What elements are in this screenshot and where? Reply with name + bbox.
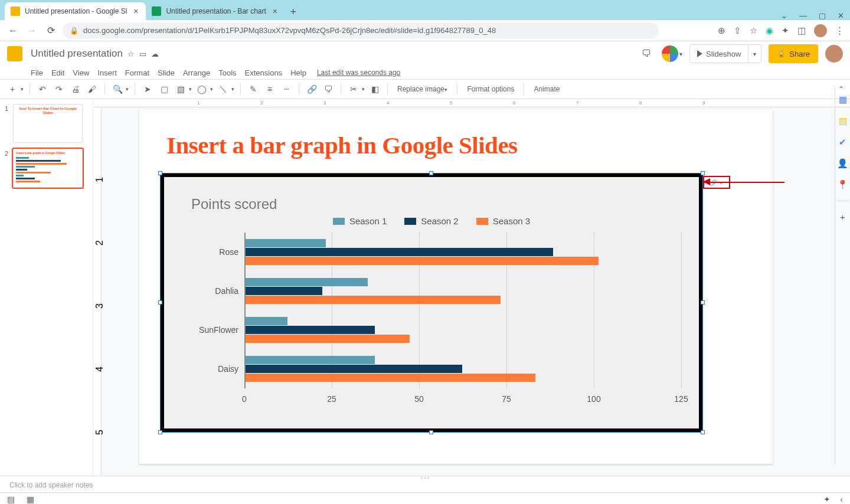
- explore-icon[interactable]: ✦: [823, 495, 831, 504]
- slide-canvas[interactable]: Insert a bar graph in Google Slides Poin…: [139, 110, 773, 464]
- resize-handle[interactable]: [158, 300, 162, 305]
- slideshow-caret[interactable]: ▾: [748, 44, 761, 63]
- slide-thumbnail-1[interactable]: How To Insert Bar Chart In Google Slides: [13, 104, 83, 143]
- back-button[interactable]: ←: [6, 25, 20, 36]
- resize-handle[interactable]: [158, 430, 162, 434]
- forward-button[interactable]: →: [25, 25, 39, 36]
- print-button[interactable]: 🖨: [69, 82, 82, 96]
- reload-button[interactable]: ⟳: [44, 25, 58, 36]
- select-tool[interactable]: ➤: [141, 82, 154, 96]
- slides-favicon: [11, 6, 20, 16]
- sidepanel-toggle-icon[interactable]: ◫: [797, 25, 806, 36]
- replace-image-button[interactable]: Replace image ▾: [394, 85, 451, 93]
- border-color-button[interactable]: ✎: [247, 82, 260, 96]
- meet-caret-icon[interactable]: ▾: [679, 51, 682, 57]
- menu-arrange[interactable]: Arrange: [183, 68, 210, 77]
- menu-tools[interactable]: Tools: [218, 68, 236, 77]
- maps-icon[interactable]: 📍: [837, 179, 848, 190]
- chart-object[interactable]: Points scored Season 1 Season 2 Season 3…: [161, 174, 702, 432]
- tasks-icon[interactable]: ✔: [839, 137, 846, 148]
- resize-handle[interactable]: [701, 300, 705, 305]
- border-dash-button[interactable]: ┄: [280, 82, 293, 96]
- menu-format[interactable]: Format: [125, 68, 149, 77]
- zoom-caret[interactable]: ▾: [126, 86, 129, 92]
- add-ons-icon[interactable]: +: [840, 212, 845, 222]
- extensions-icon[interactable]: ✦: [782, 25, 789, 36]
- speaker-notes[interactable]: Click to add speaker notes: [0, 479, 850, 492]
- slideshow-button[interactable]: Slideshow: [689, 44, 748, 63]
- zoom-icon[interactable]: ⊕: [718, 25, 725, 36]
- redo-button[interactable]: ↷: [53, 82, 66, 96]
- grammarly-icon[interactable]: ◉: [766, 25, 773, 36]
- close-tab-icon[interactable]: ×: [132, 6, 140, 16]
- bookmark-icon[interactable]: ☆: [750, 25, 757, 36]
- close-tab-icon[interactable]: ×: [271, 6, 279, 16]
- shape-caret[interactable]: ▾: [210, 86, 213, 92]
- menu-view[interactable]: View: [73, 68, 89, 77]
- browser-tab-sheets[interactable]: Untitled presentation - Bar chart ×: [146, 2, 285, 20]
- profile-avatar[interactable]: [814, 24, 827, 37]
- resize-handle[interactable]: [429, 171, 433, 175]
- x-tick: 125: [674, 394, 688, 404]
- crop-caret[interactable]: ▾: [362, 86, 365, 92]
- menu-extensions[interactable]: Extensions: [245, 68, 283, 77]
- kebab-menu-icon[interactable]: ⋮: [835, 25, 844, 36]
- view-grid-icon[interactable]: ▦: [27, 495, 34, 504]
- resize-handle[interactable]: [429, 430, 433, 434]
- view-list-icon[interactable]: ▤: [7, 495, 15, 504]
- omnibox[interactable]: 🔒 docs.google.com/presentation/d/1PelKsr…: [63, 22, 659, 39]
- meet-button[interactable]: [662, 45, 678, 62]
- close-icon[interactable]: ✕: [838, 11, 844, 20]
- mask-button[interactable]: ◧: [368, 82, 381, 96]
- move-icon[interactable]: ▭: [139, 50, 146, 58]
- paint-format-button[interactable]: 🖌: [86, 82, 99, 96]
- undo-button[interactable]: ↶: [36, 82, 49, 96]
- crop-button[interactable]: ✂: [347, 82, 360, 96]
- slide-thumbnail-2[interactable]: Insert a bar graph in Google Slides: [13, 149, 83, 188]
- image-caret[interactable]: ▾: [189, 86, 192, 92]
- animate-button[interactable]: Animate: [530, 85, 563, 93]
- image-tool[interactable]: ▧: [174, 82, 187, 96]
- line-tool[interactable]: ＼: [217, 82, 230, 96]
- new-tab-button[interactable]: +: [285, 4, 302, 20]
- comment-history-icon[interactable]: 🗨: [638, 45, 655, 62]
- resize-handle[interactable]: [158, 171, 162, 175]
- line-caret[interactable]: ▾: [231, 86, 234, 92]
- share-button[interactable]: 🔒 Share: [769, 44, 818, 63]
- slide-title[interactable]: Insert a bar graph in Google Slides: [166, 131, 518, 159]
- doc-title[interactable]: Untitled presentation: [31, 48, 123, 60]
- border-weight-button[interactable]: ≡: [263, 82, 276, 96]
- calendar-icon[interactable]: ▦: [839, 94, 847, 105]
- side-panel: ▦ ▤ ✔ 👤 📍 +: [835, 86, 850, 464]
- cloud-status-icon[interactable]: ☁: [151, 50, 159, 58]
- link-button[interactable]: 🔗: [305, 82, 318, 96]
- chevron-down-icon[interactable]: ⌄: [781, 11, 787, 20]
- maximize-icon[interactable]: ▢: [819, 11, 826, 20]
- bar: [246, 296, 501, 304]
- textbox-tool[interactable]: ▢: [158, 82, 171, 96]
- hide-sidepanel-icon[interactable]: ‹: [840, 495, 843, 504]
- menu-slide[interactable]: Slide: [158, 68, 175, 77]
- last-edit-link[interactable]: Last edit was seconds ago: [317, 68, 400, 77]
- browser-tab-slides[interactable]: Untitled presentation - Google Sl ×: [5, 2, 146, 20]
- keep-icon[interactable]: ▤: [839, 116, 847, 126]
- star-icon[interactable]: ☆: [128, 50, 135, 58]
- menu-file[interactable]: File: [31, 68, 43, 77]
- shape-tool[interactable]: ◯: [195, 82, 208, 96]
- url-text: docs.google.com/presentation/d/1PelKsrb1…: [83, 26, 496, 35]
- new-slide-button[interactable]: +: [6, 82, 19, 96]
- minimize-icon[interactable]: —: [799, 11, 807, 20]
- contacts-icon[interactable]: 👤: [837, 158, 848, 169]
- account-avatar[interactable]: [825, 45, 843, 63]
- slides-logo[interactable]: [7, 46, 22, 61]
- menu-edit[interactable]: Edit: [51, 68, 64, 77]
- zoom-button[interactable]: 🔍: [111, 82, 124, 96]
- resize-handle[interactable]: [701, 171, 705, 175]
- share-page-icon[interactable]: ⇧: [734, 25, 741, 36]
- menu-help[interactable]: Help: [290, 68, 306, 77]
- resize-handle[interactable]: [701, 430, 705, 434]
- menu-insert[interactable]: Insert: [97, 68, 117, 77]
- format-options-button[interactable]: Format options: [463, 85, 518, 93]
- new-slide-caret[interactable]: ▾: [21, 86, 24, 92]
- comment-button[interactable]: 🗨: [322, 82, 335, 96]
